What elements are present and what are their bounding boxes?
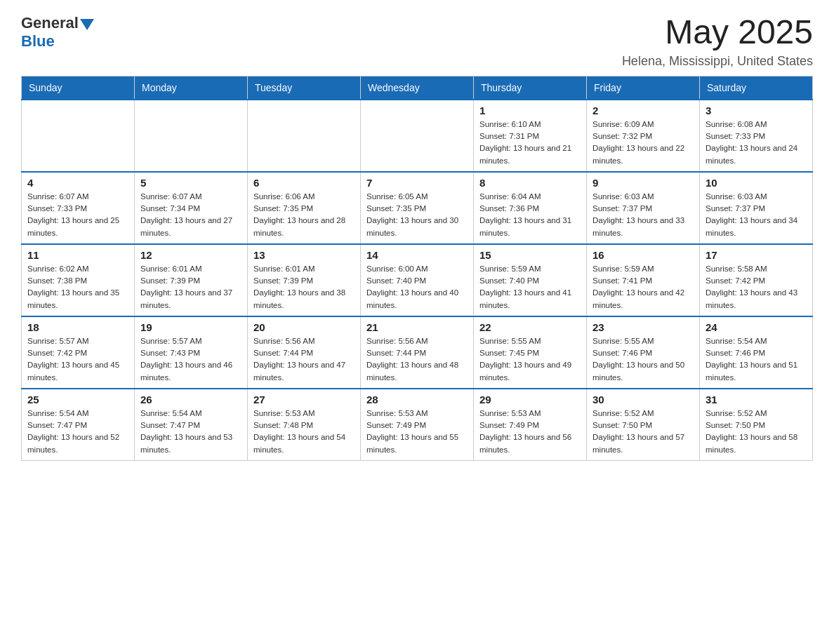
- logo: General Blue: [21, 14, 94, 51]
- day-info: Sunrise: 6:06 AM Sunset: 7:35 PM Dayligh…: [253, 191, 355, 239]
- day-number: 26: [140, 394, 241, 405]
- calendar-cell: 5Sunrise: 6:07 AM Sunset: 7:34 PM Daylig…: [135, 172, 248, 244]
- col-header-tuesday: Tuesday: [248, 76, 361, 100]
- day-info: Sunrise: 5:58 AM Sunset: 7:42 PM Dayligh…: [706, 263, 807, 311]
- day-number: 13: [253, 249, 355, 261]
- calendar-cell: 11Sunrise: 6:02 AM Sunset: 7:38 PM Dayli…: [22, 244, 135, 316]
- month-year-title: May 2025: [622, 14, 813, 51]
- day-number: 29: [479, 394, 581, 405]
- day-info: Sunrise: 6:02 AM Sunset: 7:38 PM Dayligh…: [27, 263, 128, 311]
- day-info: Sunrise: 6:04 AM Sunset: 7:36 PM Dayligh…: [479, 191, 581, 239]
- day-number: 22: [479, 321, 581, 333]
- day-info: Sunrise: 6:10 AM Sunset: 7:31 PM Dayligh…: [479, 119, 581, 167]
- day-number: 27: [253, 394, 355, 405]
- calendar-cell: 28Sunrise: 5:53 AM Sunset: 7:49 PM Dayli…: [361, 389, 474, 461]
- day-info: Sunrise: 5:56 AM Sunset: 7:44 PM Dayligh…: [253, 335, 355, 384]
- calendar-cell: 12Sunrise: 6:01 AM Sunset: 7:39 PM Dayli…: [135, 244, 248, 316]
- day-number: 25: [27, 394, 128, 405]
- col-header-wednesday: Wednesday: [361, 76, 474, 100]
- day-number: 6: [253, 177, 355, 189]
- calendar-cell: 26Sunrise: 5:54 AM Sunset: 7:47 PM Dayli…: [135, 389, 248, 461]
- calendar-week-row: 18Sunrise: 5:57 AM Sunset: 7:42 PM Dayli…: [22, 316, 813, 389]
- day-info: Sunrise: 5:59 AM Sunset: 7:41 PM Dayligh…: [593, 263, 694, 311]
- calendar-cell: 31Sunrise: 5:52 AM Sunset: 7:50 PM Dayli…: [700, 389, 813, 461]
- day-info: Sunrise: 5:52 AM Sunset: 7:50 PM Dayligh…: [593, 408, 694, 456]
- calendar-cell: 17Sunrise: 5:58 AM Sunset: 7:42 PM Dayli…: [700, 244, 813, 316]
- logo-general: General: [21, 14, 79, 32]
- day-number: 8: [479, 177, 581, 189]
- col-header-saturday: Saturday: [700, 76, 813, 100]
- calendar-cell: 14Sunrise: 6:00 AM Sunset: 7:40 PM Dayli…: [361, 244, 474, 316]
- day-number: 1: [479, 105, 581, 116]
- day-info: Sunrise: 5:52 AM Sunset: 7:50 PM Dayligh…: [706, 408, 807, 456]
- calendar-week-row: 25Sunrise: 5:54 AM Sunset: 7:47 PM Dayli…: [22, 389, 813, 461]
- day-info: Sunrise: 5:55 AM Sunset: 7:46 PM Dayligh…: [593, 335, 694, 384]
- day-info: Sunrise: 6:03 AM Sunset: 7:37 PM Dayligh…: [706, 191, 807, 239]
- calendar-cell: 22Sunrise: 5:55 AM Sunset: 7:45 PM Dayli…: [474, 316, 587, 389]
- day-number: 30: [593, 394, 694, 405]
- day-number: 16: [593, 249, 694, 261]
- calendar-cell: [248, 100, 361, 172]
- col-header-thursday: Thursday: [474, 76, 587, 100]
- calendar-cell: [22, 100, 135, 172]
- calendar-cell: [135, 100, 248, 172]
- day-number: 9: [593, 177, 694, 189]
- calendar-cell: [361, 100, 474, 172]
- day-info: Sunrise: 5:54 AM Sunset: 7:47 PM Dayligh…: [140, 408, 241, 456]
- calendar-cell: 30Sunrise: 5:52 AM Sunset: 7:50 PM Dayli…: [587, 389, 700, 461]
- calendar-cell: 20Sunrise: 5:56 AM Sunset: 7:44 PM Dayli…: [248, 316, 361, 389]
- day-number: 11: [27, 249, 128, 261]
- day-number: 24: [706, 321, 807, 333]
- calendar-cell: 1Sunrise: 6:10 AM Sunset: 7:31 PM Daylig…: [474, 100, 587, 172]
- day-number: 2: [593, 105, 694, 116]
- calendar-cell: 29Sunrise: 5:53 AM Sunset: 7:49 PM Dayli…: [474, 389, 587, 461]
- day-info: Sunrise: 5:53 AM Sunset: 7:48 PM Dayligh…: [253, 408, 355, 456]
- day-number: 7: [366, 177, 468, 189]
- calendar-header-row: SundayMondayTuesdayWednesdayThursdayFrid…: [22, 76, 813, 100]
- day-number: 23: [593, 321, 694, 333]
- logo-triangle-icon: [80, 19, 94, 30]
- calendar-cell: 27Sunrise: 5:53 AM Sunset: 7:48 PM Dayli…: [248, 389, 361, 461]
- day-info: Sunrise: 6:05 AM Sunset: 7:35 PM Dayligh…: [366, 191, 468, 239]
- day-info: Sunrise: 6:01 AM Sunset: 7:39 PM Dayligh…: [140, 263, 241, 311]
- location-subtitle: Helena, Mississippi, United States: [622, 54, 813, 69]
- day-info: Sunrise: 6:00 AM Sunset: 7:40 PM Dayligh…: [366, 263, 468, 311]
- day-number: 3: [706, 105, 807, 116]
- day-info: Sunrise: 5:53 AM Sunset: 7:49 PM Dayligh…: [366, 408, 468, 456]
- col-header-sunday: Sunday: [22, 76, 135, 100]
- day-info: Sunrise: 5:55 AM Sunset: 7:45 PM Dayligh…: [479, 335, 581, 384]
- day-info: Sunrise: 5:53 AM Sunset: 7:49 PM Dayligh…: [479, 408, 581, 456]
- logo-blue: Blue: [21, 32, 55, 50]
- page-header: General Blue May 2025 Helena, Mississipp…: [21, 14, 813, 69]
- day-number: 31: [706, 394, 807, 405]
- calendar-cell: 23Sunrise: 5:55 AM Sunset: 7:46 PM Dayli…: [587, 316, 700, 389]
- calendar-cell: 24Sunrise: 5:54 AM Sunset: 7:46 PM Dayli…: [700, 316, 813, 389]
- day-number: 5: [140, 177, 241, 189]
- calendar-cell: 7Sunrise: 6:05 AM Sunset: 7:35 PM Daylig…: [361, 172, 474, 244]
- calendar-cell: 8Sunrise: 6:04 AM Sunset: 7:36 PM Daylig…: [474, 172, 587, 244]
- day-info: Sunrise: 5:57 AM Sunset: 7:42 PM Dayligh…: [27, 335, 128, 384]
- calendar-cell: 10Sunrise: 6:03 AM Sunset: 7:37 PM Dayli…: [700, 172, 813, 244]
- day-number: 19: [140, 321, 241, 333]
- day-number: 21: [366, 321, 468, 333]
- calendar-cell: 9Sunrise: 6:03 AM Sunset: 7:37 PM Daylig…: [587, 172, 700, 244]
- day-info: Sunrise: 5:54 AM Sunset: 7:47 PM Dayligh…: [27, 408, 128, 456]
- calendar-cell: 25Sunrise: 5:54 AM Sunset: 7:47 PM Dayli…: [22, 389, 135, 461]
- day-number: 17: [706, 249, 807, 261]
- calendar-table: SundayMondayTuesdayWednesdayThursdayFrid…: [21, 76, 813, 461]
- calendar-cell: 13Sunrise: 6:01 AM Sunset: 7:39 PM Dayli…: [248, 244, 361, 316]
- day-number: 28: [366, 394, 468, 405]
- day-info: Sunrise: 5:54 AM Sunset: 7:46 PM Dayligh…: [706, 335, 807, 384]
- col-header-friday: Friday: [587, 76, 700, 100]
- day-info: Sunrise: 6:03 AM Sunset: 7:37 PM Dayligh…: [593, 191, 694, 239]
- day-info: Sunrise: 6:07 AM Sunset: 7:33 PM Dayligh…: [27, 191, 128, 239]
- day-number: 18: [27, 321, 128, 333]
- calendar-cell: 3Sunrise: 6:08 AM Sunset: 7:33 PM Daylig…: [700, 100, 813, 172]
- day-info: Sunrise: 5:59 AM Sunset: 7:40 PM Dayligh…: [479, 263, 581, 311]
- calendar-cell: 21Sunrise: 5:56 AM Sunset: 7:44 PM Dayli…: [361, 316, 474, 389]
- calendar-week-row: 4Sunrise: 6:07 AM Sunset: 7:33 PM Daylig…: [22, 172, 813, 244]
- day-info: Sunrise: 6:09 AM Sunset: 7:32 PM Dayligh…: [593, 119, 694, 167]
- calendar-cell: 16Sunrise: 5:59 AM Sunset: 7:41 PM Dayli…: [587, 244, 700, 316]
- day-info: Sunrise: 6:07 AM Sunset: 7:34 PM Dayligh…: [140, 191, 241, 239]
- day-number: 12: [140, 249, 241, 261]
